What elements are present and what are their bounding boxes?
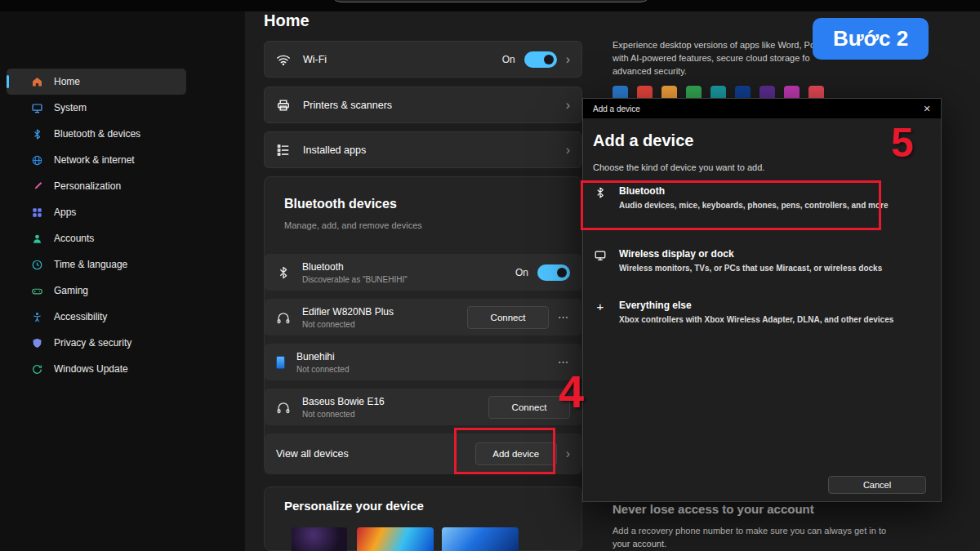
sidebar-nav: Home System Bluetooth & devices Network … [7,69,186,382]
bluetooth-toggle[interactable] [537,264,570,281]
installed-apps-label: Installed apps [303,144,366,156]
sidebar-item-label: Bluetooth & devices [54,128,140,140]
account-section-body: Add a recovery phone number to make sure… [612,524,897,550]
annotation-number-4: 4 [559,365,584,418]
phone-icon [276,356,285,369]
promo-line: Experience desktop versions of apps like… [612,38,825,51]
option-desc: Wireless monitors, TVs, or PCs that use … [619,264,882,273]
bluetooth-toggle-row[interactable]: Bluetooth Discoverable as "BUNEHIHI" On [265,254,581,291]
option-title: Everything else [619,300,893,311]
device-name: Baseus Bowie E16 [302,396,385,407]
gaming-icon [31,285,43,297]
option-desc: Xbox controllers with Xbox Wireless Adap… [619,315,893,324]
printer-icon [276,98,291,113]
device-row-bunehihi[interactable]: Bunehihi Not connected ⋯ [265,344,581,380]
option-wireless-display[interactable]: Wireless display or dock Wireless monito… [593,248,920,273]
cancel-button[interactable]: Cancel [828,476,926,494]
sidebar-item-label: Windows Update [54,363,128,375]
privacy-icon [31,337,43,349]
sidebar-item-label: Apps [54,207,76,218]
accounts-icon [31,233,43,245]
wifi-toggle[interactable] [524,51,557,68]
device-status: Not connected [302,320,394,329]
sidebar-item-label: Personalization [54,180,121,192]
chevron-right-icon: › [566,53,570,66]
wallpaper-thumbnail[interactable] [357,527,434,551]
plus-icon: + [593,300,608,313]
apps-icon [31,207,43,219]
sidebar-item-apps[interactable]: Apps [7,199,186,225]
device-status: Not connected [302,410,385,419]
connect-button[interactable]: Connect [467,306,549,329]
dialog-subtitle: Choose the kind of device you want to ad… [593,162,764,172]
accessibility-icon [31,311,43,323]
chevron-right-icon: › [566,99,570,112]
promo-line: with AI-powered features, secure cloud s… [612,51,825,64]
chevron-right-icon: › [566,144,570,157]
sidebar-item-label: Privacy & security [54,337,131,349]
wifi-state: On [502,54,515,65]
network-icon [31,154,43,167]
step-badge: Bước 2 [813,18,929,60]
installed-apps-row[interactable]: Installed apps › [264,131,582,168]
sidebar-item-time-language[interactable]: Time & language [7,251,186,278]
sidebar-item-system[interactable]: System [7,95,186,121]
dialog-title: Add a device [593,131,693,150]
sidebar-item-personalization[interactable]: Personalization [7,173,186,199]
bluetooth-state: On [515,267,528,278]
sidebar-item-windows-update[interactable]: Windows Update [7,356,186,382]
annotation-box-add-device [454,428,555,474]
view-all-devices-label: View all devices [276,448,349,460]
more-options-icon[interactable]: ⋯ [558,311,570,323]
sidebar-item-label: Network & internet [54,154,135,166]
system-icon [31,102,43,114]
personalization-icon [31,180,43,193]
headphones-icon [276,400,291,415]
sidebar-item-bluetooth-devices[interactable]: Bluetooth & devices [7,121,186,147]
sidebar-item-gaming[interactable]: Gaming [7,278,186,304]
printers-scanners-label: Printers & scanners [303,100,392,111]
option-everything-else[interactable]: + Everything else Xbox controllers with … [593,300,920,324]
sidebar-item-label: Gaming [54,285,88,296]
close-icon[interactable]: ✕ [913,99,941,118]
dialog-titlebar[interactable]: Add a device ✕ [583,99,941,118]
promo-line: advanced security. [612,64,825,78]
wifi-icon [276,52,291,67]
wifi-label: Wi-Fi [303,54,327,65]
device-name: Bunehihi [296,351,350,362]
bluetooth-icon [31,128,43,140]
annotation-number-5: 5 [891,119,914,167]
bluetooth-icon [276,265,291,280]
connect-button[interactable]: Connect [488,396,570,419]
wallpaper-thumbnail[interactable] [442,527,519,551]
device-row-baseus[interactable]: Baseus Bowie E16 Not connected Connect [265,389,581,425]
sidebar-item-label: System [54,102,87,113]
device-status: Not connected [296,365,350,374]
display-icon [593,249,608,262]
time-language-icon [31,259,43,271]
device-name: Edifier W820NB Plus [302,306,394,318]
dialog-titlebar-text: Add a device [593,104,640,113]
account-section-title: Never lose access to your account [612,502,814,516]
settings-window: Home System Bluetooth & devices Network … [0,0,980,551]
printers-scanners-row[interactable]: Printers & scanners › [264,87,582,123]
sidebar-item-label: Accounts [54,233,94,244]
sidebar-item-network-internet[interactable]: Network & internet [7,147,186,173]
sidebar-item-accounts[interactable]: Accounts [7,225,186,251]
sidebar-item-accessibility[interactable]: Accessibility [7,304,186,330]
sidebar-item-privacy-security[interactable]: Privacy & security [7,330,186,356]
home-icon [31,76,43,88]
device-row-edifier[interactable]: Edifier W820NB Plus Not connected Connec… [265,299,581,335]
bluetooth-section-title: Bluetooth devices [284,197,397,211]
sidebar-item-home[interactable]: Home [7,69,186,95]
personalize-title: Personalize your device [284,499,424,513]
sidebar-item-label: Accessibility [54,311,107,322]
wifi-row[interactable]: Wi-Fi On › [264,41,582,78]
search-input[interactable] [329,0,653,2]
option-title: Wireless display or dock [619,248,882,260]
sidebar-item-label: Home [54,76,80,87]
page-title: Home [264,11,310,30]
windows-update-icon [31,363,43,375]
wallpaper-thumbnail[interactable] [292,527,347,551]
sidebar-item-label: Time & language [54,259,127,270]
